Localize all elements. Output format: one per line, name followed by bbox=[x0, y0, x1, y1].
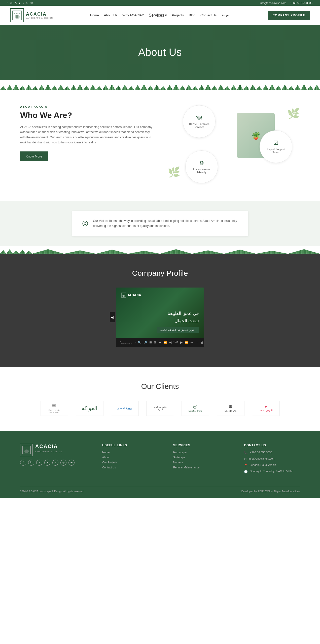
footer-logo-name: ACACIA bbox=[35, 444, 62, 449]
about-label: ABOUT ACACIA bbox=[20, 105, 153, 108]
whatsapp-icon[interactable]: ✉ bbox=[30, 1, 33, 5]
top-bar: f in ✕ ● ♪ ◎ ✉ info@acacia-ksa.com +966 … bbox=[0, 0, 320, 6]
client-logo-4: مكتب عبد العزيزالشريف bbox=[146, 401, 174, 416]
ctrl-next[interactable]: ⏩ bbox=[185, 341, 188, 344]
footer-email-text: info@acacia-ksa.com bbox=[248, 457, 275, 460]
ctrl-prev-step[interactable]: ◀ bbox=[169, 341, 171, 344]
footer-phone: 📞 +966 56 356 3533 bbox=[244, 451, 300, 455]
guarantee-subtitle: Services bbox=[194, 126, 204, 129]
profile-logo-text: ACACIA bbox=[128, 293, 141, 297]
linkedin-icon[interactable]: in bbox=[10, 2, 13, 5]
about-title: Who We Are? bbox=[20, 111, 153, 120]
footer-location-text: Jeddah, Saudi Arabia bbox=[250, 463, 276, 466]
nav-arabic[interactable]: العربية bbox=[222, 13, 231, 17]
footer-useful-links: USEFUL LINKS Home About Our Projects Con… bbox=[102, 444, 158, 476]
clients-logos-row: 🏛 Evolving Life Petra Parc الفواكه ريبوة… bbox=[20, 401, 300, 416]
phone-text: +966 56 356 3533 bbox=[290, 2, 312, 5]
footer-whatsapp-icon[interactable]: ✉ bbox=[68, 460, 75, 466]
footer-service-hardscape[interactable]: Hardscape bbox=[173, 451, 229, 454]
footer-hours: 🕐 Sunday to Thursday, 9 AM to 5 PM bbox=[244, 470, 300, 473]
tiktok-icon[interactable]: ♪ bbox=[22, 2, 24, 5]
footer-contact: CONTACT US 📞 +966 56 356 3533 ✉ info@aca… bbox=[244, 444, 300, 476]
services-title: SERVICES bbox=[173, 444, 229, 447]
env-title: Environmental bbox=[193, 168, 210, 171]
footer-link-about[interactable]: About bbox=[102, 456, 158, 459]
footer-link-home[interactable]: Home bbox=[102, 451, 158, 454]
expert-subtitle: Team bbox=[273, 151, 279, 154]
ctrl-home[interactable]: ⌂ bbox=[134, 341, 136, 344]
instagram-icon[interactable]: ◎ bbox=[26, 1, 28, 5]
vision-section: ◎ Our Vision: To lead the way in providi… bbox=[0, 201, 320, 254]
ctrl-view[interactable]: ⊞ bbox=[149, 341, 152, 344]
ctrl-next-step[interactable]: ▶ bbox=[180, 341, 183, 344]
footer-hours-text: Sunday to Thursday, 9 AM to 5 PM bbox=[250, 470, 293, 473]
profile-prev-button[interactable]: ◀ bbox=[110, 312, 115, 322]
circle-icon[interactable]: ● bbox=[19, 2, 21, 5]
pubhtml5-logo: ▶ PUBHTML5 bbox=[120, 340, 132, 345]
nav-why[interactable]: Why ACACIA? bbox=[122, 13, 144, 17]
svg-rect-6 bbox=[123, 295, 124, 297]
vision-box: ◎ Our Vision: To lead the way in providi… bbox=[72, 211, 248, 236]
footer-twitter-icon[interactable]: ✕ bbox=[36, 460, 42, 466]
ctrl-prev-skip[interactable]: ⏮ bbox=[158, 341, 161, 344]
page-number: 12/1 bbox=[173, 341, 178, 344]
client-logo-5: Ⓜ Maref Al Sharq bbox=[182, 401, 209, 416]
facebook-icon[interactable]: f bbox=[8, 2, 8, 5]
leaf-decoration-bottom: 🌿 bbox=[168, 166, 180, 178]
about-right-col: 🌿 🌿 🪴 🍽 100% Guarantee Services ☑ Expert… bbox=[168, 105, 300, 186]
ctrl-prev[interactable]: ⏪ bbox=[163, 341, 167, 344]
ctrl-zoom-out[interactable]: 🔍 bbox=[138, 341, 141, 344]
footer-email: ✉ info@acacia-ksa.com bbox=[244, 457, 300, 461]
nav-blog[interactable]: Blog bbox=[189, 13, 195, 17]
footer-service-maintenance[interactable]: Regular Maintenance bbox=[173, 466, 229, 469]
nav-projects[interactable]: Projects bbox=[172, 13, 184, 17]
nav-about[interactable]: About Us bbox=[104, 13, 117, 17]
chevron-down-icon: ▾ bbox=[165, 13, 167, 18]
footer-services: SERVICES Hardscape Softscape Nursery Reg… bbox=[173, 444, 229, 476]
clients-title: Our Clients bbox=[20, 382, 300, 391]
profile-arabic: في عمق الطبيعة تنبعث الجمال bbox=[168, 310, 199, 325]
client-logo-7: ♥ nahdi النهدي bbox=[252, 401, 280, 416]
footer-social-icons: f in ✕ ● ♪ ◎ ✉ bbox=[20, 460, 87, 466]
footer-facebook-icon[interactable]: f bbox=[20, 460, 26, 466]
main-nav: Home About Us Why ACACIA? Services ▾ Pro… bbox=[90, 13, 231, 18]
svg-point-8 bbox=[24, 450, 29, 453]
env-subtitle: Friendly bbox=[197, 171, 206, 174]
twitter-icon[interactable]: ✕ bbox=[15, 1, 17, 5]
footer-linkedin-icon[interactable]: in bbox=[28, 460, 34, 466]
ctrl-share[interactable]: ⋯ bbox=[195, 341, 198, 344]
phone-icon: 📞 bbox=[244, 451, 248, 455]
profile-logo: ACACIA bbox=[121, 293, 199, 298]
client-logo-2: الفواكه bbox=[76, 401, 103, 416]
about-section: ABOUT ACACIA Who We Are? ACACIA speciali… bbox=[0, 90, 320, 201]
nav-services[interactable]: Services ▾ bbox=[149, 13, 167, 18]
footer-link-contact[interactable]: Contact Us bbox=[102, 466, 158, 469]
nav-home[interactable]: Home bbox=[90, 13, 99, 17]
company-profile-title: Company Profile bbox=[20, 269, 300, 277]
hero-grass bbox=[0, 80, 320, 90]
nav-contact[interactable]: Contact Us bbox=[200, 13, 217, 17]
ctrl-trash[interactable]: ⊟ bbox=[154, 341, 156, 344]
developer-text: Developed by: HORIZON for Digital Transf… bbox=[241, 490, 300, 493]
copyright-text: 2024 © ACACIA Landscape & Design. All ri… bbox=[20, 490, 84, 493]
ctrl-next-skip[interactable]: ⏭ bbox=[190, 341, 193, 344]
footer-link-projects[interactable]: Our Projects bbox=[102, 461, 158, 464]
guarantee-circle: 🍽 100% Guarantee Services bbox=[183, 105, 216, 138]
vision-inner: ◎ Our Vision: To lead the way in providi… bbox=[0, 201, 320, 246]
profile-view-button[interactable]: اعرض للعرض في الشاشه الكامله bbox=[157, 327, 199, 333]
footer-service-softscape[interactable]: Softscape bbox=[173, 456, 229, 459]
svg-rect-3 bbox=[16, 15, 18, 18]
env-circle: ♻ Environmental Friendly bbox=[185, 150, 218, 183]
profile-viewer: ACACIA في عمق الطبيعة تنبعث الجمال اعرض … bbox=[116, 288, 204, 347]
ctrl-search[interactable]: 🔎 bbox=[144, 341, 147, 344]
profile-viewer-wrapper: ◀ ACACIA في عمق الطبيعة تنبعث الجمال اعر… bbox=[110, 288, 210, 347]
client-logo-6: ❋ MUSHTAL bbox=[217, 401, 244, 416]
ctrl-print[interactable]: 🖨 bbox=[200, 341, 203, 344]
footer-tiktok-icon[interactable]: ♪ bbox=[52, 460, 58, 466]
footer-phone-text: +966 56 356 3533 bbox=[250, 451, 272, 454]
footer-circle-icon[interactable]: ● bbox=[44, 460, 50, 466]
footer-instagram-icon[interactable]: ◎ bbox=[60, 460, 66, 466]
know-more-button[interactable]: Know More bbox=[20, 151, 48, 161]
company-profile-button[interactable]: COMPANY PROFILE bbox=[268, 11, 310, 20]
footer-service-nursery[interactable]: Nursery bbox=[173, 461, 229, 464]
